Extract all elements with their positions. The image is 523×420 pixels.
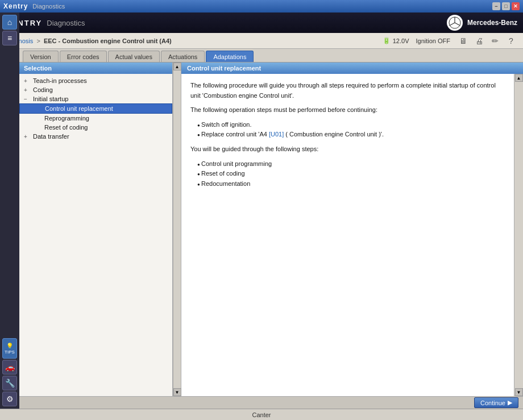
tabbar: VersionError codesActual valuesActuation… bbox=[0, 49, 523, 63]
breadcrumb-separator: > bbox=[36, 38, 40, 44]
tips-icon: 💡 bbox=[6, 343, 13, 349]
close-button[interactable]: ✕ bbox=[512, 2, 520, 10]
continue-arrow-icon: ▶ bbox=[508, 399, 512, 406]
tips-button[interactable]: 💡 TIPS bbox=[2, 338, 17, 359]
tab-error-codes[interactable]: Error codes bbox=[60, 51, 107, 62]
main-area: Selection +Teach-in processes+Coding−Ini… bbox=[19, 63, 523, 396]
tips-label: TIPS bbox=[5, 350, 15, 355]
menu-icon[interactable]: ≡ bbox=[2, 31, 17, 45]
content-header: Control unit replacement bbox=[181, 63, 523, 74]
status-label: Canter bbox=[252, 411, 271, 418]
breadcrumb: Diagnosis > EEC - Combustion engine Cont… bbox=[6, 38, 172, 44]
statusbar: Canter bbox=[0, 409, 523, 420]
sidebar-item-initial-startup[interactable]: −Initial startup bbox=[19, 94, 172, 103]
topbar: XENTRY Diagnostics Mercedes-Benz bbox=[0, 13, 523, 33]
sidebar-label-coding: Coding bbox=[33, 86, 53, 93]
step-3: Redocumentation bbox=[197, 179, 505, 189]
prereq-item-2: Replace control unit 'A4 [U01] ( Combust… bbox=[197, 130, 505, 140]
sidebar-item-coding[interactable]: +Coding bbox=[19, 85, 172, 94]
content-scrollbar[interactable]: ▲ ▼ bbox=[514, 74, 523, 396]
sidebar-label-reset-of-coding: Reset of coding bbox=[44, 124, 88, 131]
car-button[interactable]: 🚗 bbox=[2, 360, 17, 375]
content-scroll-up[interactable]: ▲ bbox=[515, 74, 523, 82]
svg-line-3 bbox=[455, 23, 460, 26]
infobar: Diagnosis > EEC - Combustion engine Cont… bbox=[0, 33, 523, 49]
battery-icon: 🔋 bbox=[383, 37, 391, 44]
continue-button[interactable]: Continue ▶ bbox=[474, 397, 518, 408]
expand-icon-initial-startup: − bbox=[24, 96, 31, 102]
sidebar-scrollbar[interactable]: ▲ ▼ bbox=[173, 63, 181, 396]
expand-icon-teach-in: + bbox=[24, 78, 31, 84]
sidebar: Selection +Teach-in processes+Coding−Ini… bbox=[19, 63, 173, 396]
sidebar-label-initial-startup: Initial startup bbox=[33, 95, 68, 102]
expand-icon-coding: + bbox=[24, 87, 31, 93]
voltage-indicator: 🔋 12.0V bbox=[383, 37, 409, 44]
tools-button[interactable]: 🔧 bbox=[2, 376, 17, 390]
bottom-left-icons: 💡 TIPS 🚗 🔧 ⚙ bbox=[0, 336, 19, 409]
sidebar-header: Selection bbox=[19, 63, 172, 74]
tab-version[interactable]: Version bbox=[23, 51, 59, 62]
step-1: Control unit programming bbox=[197, 159, 505, 169]
mercedes-benz-logo bbox=[447, 15, 463, 31]
tab-actual-values[interactable]: Actual values bbox=[108, 51, 160, 62]
continue-label: Continue bbox=[480, 400, 505, 406]
sidebar-label-reprogramming: Reprogramming bbox=[44, 115, 89, 122]
guided-title: You will be guided through the following… bbox=[190, 144, 505, 155]
sidebar-item-reprogramming[interactable]: Reprogramming bbox=[19, 114, 172, 123]
content-title: Control unit replacement bbox=[187, 65, 261, 72]
prereq-title: The following operation steps must be pe… bbox=[190, 105, 505, 115]
sidebar-item-data-transfer[interactable]: +Data transfer bbox=[19, 132, 172, 141]
sidebar-label-control-unit-replacement: Control unit replacement bbox=[45, 105, 113, 112]
minimize-button[interactable]: − bbox=[492, 2, 500, 10]
tab-adaptations[interactable]: Adaptations bbox=[206, 51, 254, 62]
app-title: Xentry bbox=[3, 2, 28, 10]
monitor-icon[interactable]: 🖥 bbox=[457, 35, 470, 47]
brand-name: Mercedes-Benz bbox=[467, 19, 517, 27]
edit-icon[interactable]: ✏ bbox=[489, 35, 501, 47]
svg-line-2 bbox=[449, 23, 455, 26]
sidebar-item-control-unit-replacement[interactable]: Control unit replacement bbox=[19, 103, 172, 114]
print-icon[interactable]: 🖨 bbox=[473, 35, 485, 47]
expand-icon-data-transfer: + bbox=[24, 134, 31, 140]
scroll-up-button[interactable]: ▲ bbox=[173, 63, 181, 70]
scroll-down-button[interactable]: ▼ bbox=[173, 388, 181, 396]
ignition-status: Ignition OFF bbox=[416, 38, 450, 44]
sidebar-item-reset-of-coding[interactable]: Reset of coding bbox=[19, 123, 172, 132]
prereq-item-1: Switch off ignition. bbox=[197, 120, 505, 130]
diagnostics-label: Diagnostics bbox=[47, 19, 85, 27]
unit-link[interactable]: [U01] bbox=[269, 131, 284, 138]
steps-list: Control unit programming Reset of coding… bbox=[190, 159, 505, 189]
maximize-button[interactable]: □ bbox=[502, 2, 510, 10]
settings-button[interactable]: ⚙ bbox=[2, 392, 17, 406]
app-subtitle: Diagnostics bbox=[32, 3, 65, 10]
sidebar-label-teach-in: Teach-in processes bbox=[33, 77, 87, 84]
home-icon[interactable]: ⌂ bbox=[2, 15, 17, 30]
prereq-list: Switch off ignition. Replace control uni… bbox=[190, 120, 505, 140]
action-bar: Continue ▶ bbox=[19, 396, 523, 409]
step-2: Reset of coding bbox=[197, 169, 505, 179]
content-panel: Control unit replacement The following p… bbox=[181, 63, 523, 396]
voltage-value: 12.0V bbox=[393, 38, 409, 44]
help-icon[interactable]: ? bbox=[505, 35, 517, 47]
content-intro: The following procedure will guide you t… bbox=[190, 81, 505, 101]
content-scroll-down[interactable]: ▼ bbox=[515, 388, 523, 396]
sidebar-label-data-transfer: Data transfer bbox=[33, 133, 69, 140]
tab-actuations[interactable]: Actuations bbox=[161, 51, 205, 62]
content-body: The following procedure will guide you t… bbox=[181, 74, 514, 396]
page-title: EEC - Combustion engine Control unit (A4… bbox=[44, 38, 172, 44]
sidebar-item-teach-in[interactable]: +Teach-in processes bbox=[19, 76, 172, 85]
sidebar-content: +Teach-in processes+Coding−Initial start… bbox=[19, 74, 172, 396]
titlebar: Xentry Diagnostics − □ ✕ bbox=[0, 0, 523, 13]
